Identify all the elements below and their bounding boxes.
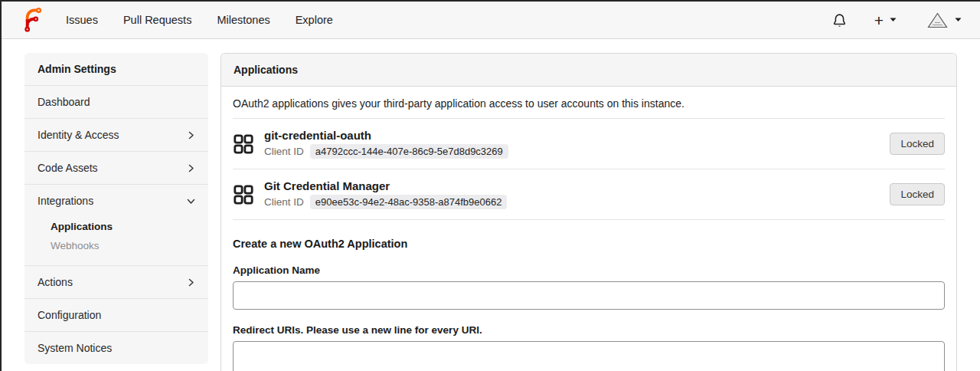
top-nav-links: Issues Pull Requests Milestones Explore — [66, 14, 333, 26]
client-id-row: Client ID a4792ccc-144e-407e-86c9-5e7d8d… — [264, 144, 508, 159]
chevron-down-icon — [955, 18, 962, 22]
avatar — [927, 12, 948, 28]
panel-title: Applications — [221, 54, 956, 87]
sidebar-item-identity-access[interactable]: Identity & Access — [24, 118, 208, 151]
apps-grid-icon — [233, 184, 254, 205]
applications-panel: Applications OAuth2 applications gives y… — [220, 53, 957, 371]
create-new-dropdown[interactable]: + — [874, 12, 897, 28]
admin-settings-page: Admin Settings Dashboard Identity & Acce… — [2, 39, 980, 371]
client-id-label: Client ID — [264, 146, 304, 157]
notifications-bell-icon[interactable] — [832, 13, 847, 28]
client-id-value: e90ee53c-94e2-48ac-9358-a874fb9e0662 — [310, 195, 508, 209]
user-menu-dropdown[interactable] — [927, 12, 962, 28]
chevron-right-icon — [187, 164, 195, 172]
apps-grid-icon — [233, 133, 254, 155]
app-name[interactable]: Git Credential Manager — [264, 179, 507, 192]
sidebar-item-code-assets[interactable]: Code Assets — [24, 151, 208, 184]
nav-milestones[interactable]: Milestones — [217, 14, 270, 26]
panel-body: OAuth2 applications gives your third-par… — [221, 87, 956, 371]
topbar-actions: + — [832, 12, 962, 28]
application-name-input[interactable] — [233, 281, 945, 310]
sidebar-item-applications[interactable]: Applications — [51, 217, 195, 236]
redirect-uris-label: Redirect URIs. Please use a new line for… — [233, 324, 945, 336]
client-id-label: Client ID — [264, 196, 304, 208]
oauth2-description: OAuth2 applications gives your third-par… — [233, 87, 945, 118]
top-navbar: Issues Pull Requests Milestones Explore … — [2, 2, 980, 39]
sidebar-item-system-notices[interactable]: System Notices — [24, 331, 208, 364]
client-id-value: a4792ccc-144e-407e-86c9-5e7d8d9c3269 — [310, 144, 508, 159]
locked-button[interactable]: Locked — [890, 133, 945, 155]
sidebar-title: Admin Settings — [24, 53, 208, 85]
sidebar-item-webhooks[interactable]: Webhooks — [51, 236, 195, 255]
redirect-uris-textarea[interactable] — [233, 341, 945, 371]
plus-icon: + — [874, 12, 884, 28]
create-oauth-app-heading: Create a new OAuth2 Application — [233, 238, 945, 250]
chevron-down-icon — [890, 18, 897, 22]
sidebar-item-integrations[interactable]: Integrations — [24, 184, 208, 217]
nav-explore[interactable]: Explore — [296, 14, 333, 26]
chevron-down-icon — [187, 197, 195, 205]
oauth-app-row: git-credential-oauth Client ID a4792ccc-… — [233, 118, 945, 169]
app-name[interactable]: git-credential-oauth — [264, 129, 508, 142]
create-oauth-app-section: Create a new OAuth2 Application Applicat… — [233, 219, 945, 371]
app-info: Git Credential Manager Client ID e90ee53… — [264, 179, 507, 209]
forgejo-logo-icon[interactable] — [18, 7, 45, 34]
nav-pull-requests[interactable]: Pull Requests — [123, 14, 191, 26]
chevron-right-icon — [187, 131, 195, 140]
chevron-right-icon — [187, 278, 195, 287]
nav-issues[interactable]: Issues — [66, 14, 98, 26]
app-info: git-credential-oauth Client ID a4792ccc-… — [264, 129, 508, 159]
oauth-app-row: Git Credential Manager Client ID e90ee53… — [233, 169, 945, 219]
sidebar-item-actions[interactable]: Actions — [24, 265, 208, 298]
integrations-submenu: Applications Webhooks — [24, 217, 208, 265]
admin-sidebar: Admin Settings Dashboard Identity & Acce… — [24, 53, 208, 364]
application-name-label: Application Name — [233, 264, 945, 276]
sidebar-item-configuration[interactable]: Configuration — [24, 298, 208, 331]
sidebar-item-dashboard[interactable]: Dashboard — [24, 85, 208, 118]
client-id-row: Client ID e90ee53c-94e2-48ac-9358-a874fb… — [264, 195, 507, 209]
locked-button[interactable]: Locked — [890, 183, 945, 205]
